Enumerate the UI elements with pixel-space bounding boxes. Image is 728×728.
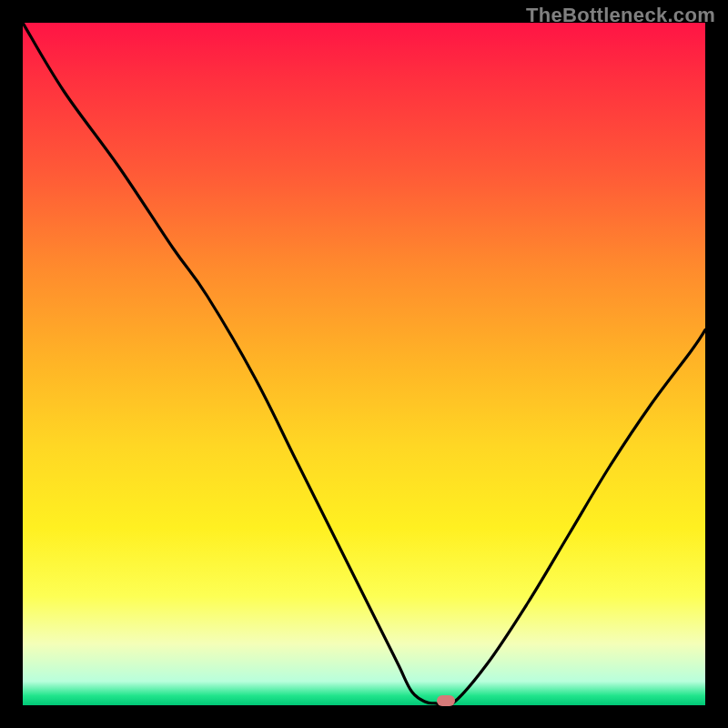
- bottleneck-curve: [23, 23, 705, 705]
- chart-frame: TheBottleneck.com: [0, 0, 728, 728]
- optimal-marker: [437, 695, 455, 706]
- plot-area: [23, 23, 705, 705]
